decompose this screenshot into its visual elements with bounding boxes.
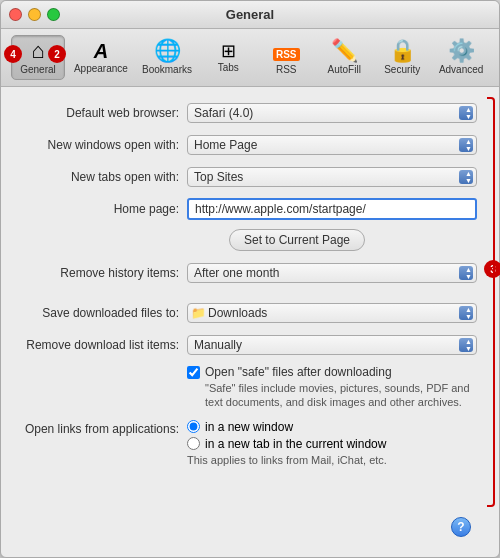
appearance-icon: A — [94, 41, 108, 61]
radio-options: in a new window in a new tab in the curr… — [187, 420, 477, 466]
open-safe-row: Open "safe" files after downloading — [187, 365, 477, 379]
toolbar-label-rss: RSS — [276, 64, 297, 75]
set-current-button[interactable]: Set to Current Page — [229, 229, 365, 251]
general-icon: ⌂ — [31, 40, 44, 62]
advanced-icon: ⚙️ — [448, 40, 475, 62]
open-links-row: Open links from applications: in a new w… — [17, 420, 477, 466]
content-area: Default web browser: Safari (4.0) ▲▼ — [1, 87, 499, 557]
annotation-4: 4 — [4, 45, 22, 63]
toolbar-label-autofill: AutoFill — [328, 64, 361, 75]
title-bar: General — [1, 1, 499, 29]
remove-history-select-wrapper: After one month ▲▼ — [187, 263, 477, 283]
tabs-icon: ⊞ — [221, 42, 236, 60]
new-windows-row: New windows open with: Home Page ▲▼ — [17, 133, 477, 157]
remove-history-label: Remove history items: — [17, 266, 187, 280]
main-window: General ⌂ General A Appearance 🌐 Bookmar… — [0, 0, 500, 558]
open-safe-label: Open "safe" files after downloading — [205, 365, 392, 379]
remove-history-control: After one month ▲▼ — [187, 263, 477, 283]
new-tabs-control: Top Sites ▲▼ — [187, 167, 477, 187]
radio-new-window[interactable] — [187, 420, 200, 433]
open-safe-description: "Safe" files include movies, pictures, s… — [205, 381, 477, 410]
open-links-label: Open links from applications: — [17, 420, 187, 436]
toolbar-item-autofill[interactable]: ✏️ AutoFill — [317, 35, 371, 80]
new-windows-select[interactable]: Home Page — [187, 135, 477, 155]
toolbar-label-appearance: Appearance — [74, 63, 128, 74]
radio-new-tab-label: in a new tab in the current window — [205, 437, 386, 451]
toolbar-label-general: General — [20, 64, 56, 75]
toolbar-item-security[interactable]: 🔒 Security — [375, 35, 429, 80]
new-tabs-label: New tabs open with: — [17, 170, 187, 184]
toolbar: ⌂ General A Appearance 🌐 Bookmarks ⊞ Tab… — [1, 29, 499, 87]
remove-history-select[interactable]: After one month — [187, 263, 477, 283]
toolbar-item-tabs[interactable]: ⊞ Tabs — [201, 37, 255, 78]
window-title: General — [226, 7, 274, 22]
remove-downloads-label: Remove download list items: — [17, 338, 187, 352]
save-downloads-label: Save downloaded files to: — [17, 306, 187, 320]
radio-new-window-label: in a new window — [205, 420, 293, 434]
default-browser-label: Default web browser: — [17, 106, 187, 120]
radio-new-tab-option: in a new tab in the current window — [187, 437, 477, 451]
help-area: ? — [17, 511, 477, 543]
radio-new-tab[interactable] — [187, 437, 200, 450]
toolbar-item-rss[interactable]: RSS RSS — [259, 35, 313, 80]
bookmarks-icon: 🌐 — [154, 40, 181, 62]
toolbar-item-bookmarks[interactable]: 🌐 Bookmarks — [137, 35, 197, 80]
default-browser-select-wrapper: Safari (4.0) ▲▼ — [187, 103, 477, 123]
minimize-button[interactable] — [28, 8, 41, 21]
new-windows-select-wrapper: Home Page ▲▼ — [187, 135, 477, 155]
home-page-label: Home page: — [17, 202, 187, 216]
default-browser-select[interactable]: Safari (4.0) — [187, 103, 477, 123]
save-downloads-row: Save downloaded files to: Downloads 📁 ▲▼ — [17, 301, 477, 325]
toolbar-item-advanced[interactable]: ⚙️ Advanced — [433, 35, 489, 80]
set-current-row: Set to Current Page — [17, 229, 477, 251]
remove-downloads-select[interactable]: Manually — [187, 335, 477, 355]
toolbar-label-bookmarks: Bookmarks — [142, 64, 192, 75]
toolbar-label-tabs: Tabs — [218, 62, 239, 73]
open-safe-checkbox[interactable] — [187, 366, 200, 379]
remove-downloads-select-wrapper: Manually ▲▼ — [187, 335, 477, 355]
home-page-input[interactable] — [187, 198, 477, 220]
toolbar-label-advanced: Advanced — [439, 64, 483, 75]
close-button[interactable] — [9, 8, 22, 21]
autofill-icon: ✏️ — [331, 40, 358, 62]
form-area: Default web browser: Safari (4.0) ▲▼ — [17, 101, 477, 511]
save-downloads-select-wrapper: Downloads 📁 ▲▼ — [187, 303, 477, 323]
applies-note: This applies to links from Mail, iChat, … — [187, 454, 477, 466]
remove-history-row: Remove history items: After one month ▲▼ — [17, 261, 477, 285]
maximize-button[interactable] — [47, 8, 60, 21]
save-downloads-select[interactable]: Downloads — [187, 303, 477, 323]
annotation-2: 2 — [48, 45, 66, 63]
new-windows-control: Home Page ▲▼ — [187, 135, 477, 155]
rss-badge: RSS — [273, 48, 300, 61]
save-downloads-control: Downloads 📁 ▲▼ — [187, 303, 477, 323]
toolbar-label-security: Security — [384, 64, 420, 75]
home-page-row: Home page: — [17, 197, 477, 221]
new-tabs-row: New tabs open with: Top Sites ▲▼ — [17, 165, 477, 189]
new-windows-label: New windows open with: — [17, 138, 187, 152]
radio-new-window-option: in a new window — [187, 420, 477, 434]
toolbar-item-appearance[interactable]: A Appearance — [69, 36, 133, 79]
new-tabs-select-wrapper: Top Sites ▲▼ — [187, 167, 477, 187]
open-safe-section: Open "safe" files after downloading "Saf… — [187, 365, 477, 410]
bracket-annotation — [487, 97, 495, 507]
remove-downloads-control: Manually ▲▼ — [187, 335, 477, 355]
security-icon: 🔒 — [389, 40, 416, 62]
new-tabs-select[interactable]: Top Sites — [187, 167, 477, 187]
default-browser-row: Default web browser: Safari (4.0) ▲▼ — [17, 101, 477, 125]
help-button[interactable]: ? — [451, 517, 471, 537]
window-buttons — [9, 8, 60, 21]
home-page-control — [187, 198, 477, 220]
remove-downloads-row: Remove download list items: Manually ▲▼ — [17, 333, 477, 357]
default-browser-control: Safari (4.0) ▲▼ — [187, 103, 477, 123]
rss-icon: RSS — [273, 40, 300, 62]
